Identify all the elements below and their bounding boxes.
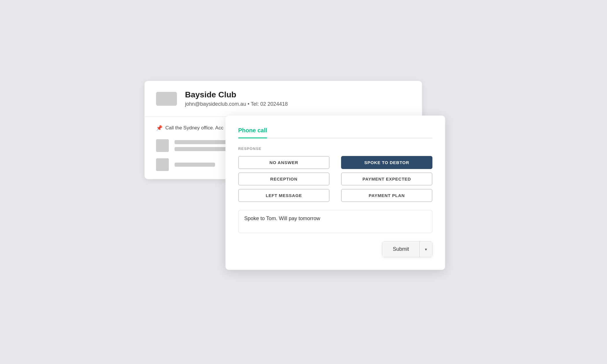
- submit-group: Submit ▾: [382, 241, 432, 257]
- avatar: [156, 92, 177, 106]
- company-name: Bayside Club: [185, 90, 288, 99]
- contact-info: john@baysideclub.com.au • Tel: 02 202441…: [185, 101, 288, 107]
- card-header: Bayside Club john@baysideclub.com.au • T…: [145, 81, 422, 117]
- pinned-note-text: Call the Sydney office. Acc: [165, 125, 223, 131]
- row-icon: [156, 139, 169, 152]
- submit-dropdown-button[interactable]: ▾: [419, 241, 432, 257]
- tab-bar: Phone call: [238, 127, 432, 138]
- response-btn-payment-expected[interactable]: PAYMENT EXPECTED: [341, 172, 432, 185]
- chevron-down-icon: ▾: [425, 247, 427, 252]
- row-lines: [175, 163, 215, 167]
- response-btn-spoke-to-debtor[interactable]: SPOKE TO DEBTOR: [341, 156, 432, 169]
- tab-phone-call[interactable]: Phone call: [238, 127, 267, 138]
- response-btn-reception[interactable]: RECEPTION: [238, 172, 330, 185]
- main-scene: Bayside Club john@baysideclub.com.au • T…: [145, 81, 462, 283]
- response-btn-payment-plan[interactable]: PAYMENT PLAN: [341, 189, 432, 202]
- header-text: Bayside Club john@baysideclub.com.au • T…: [185, 90, 288, 107]
- row-line-1: [175, 163, 215, 167]
- pin-icon: 📌: [156, 125, 162, 131]
- submit-button[interactable]: Submit: [382, 241, 419, 257]
- response-btn-left-message[interactable]: LEFT MESSAGE: [238, 189, 330, 202]
- phone-call-panel: Phone call RESPONSE NO ANSWER SPOKE TO D…: [225, 116, 445, 270]
- submit-row: Submit ▾: [238, 241, 432, 257]
- row-line-2: [175, 147, 227, 151]
- response-btn-no-answer[interactable]: NO ANSWER: [238, 156, 330, 169]
- response-buttons-grid: NO ANSWER SPOKE TO DEBTOR RECEPTION PAYM…: [238, 156, 432, 202]
- notes-input[interactable]: [238, 210, 432, 233]
- row-icon: [156, 158, 169, 171]
- response-section-label: RESPONSE: [238, 146, 432, 151]
